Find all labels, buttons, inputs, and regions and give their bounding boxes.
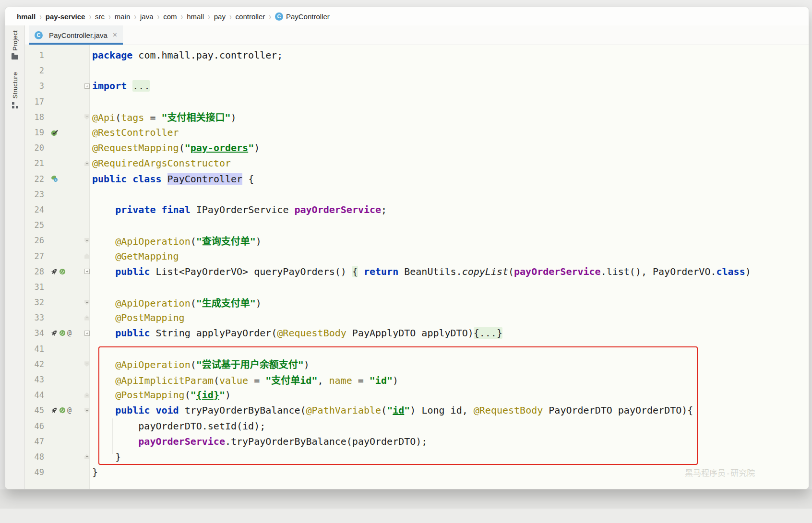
fold-marker-plus[interactable] [84, 331, 90, 336]
rocket-icon[interactable] [51, 407, 58, 414]
code-line[interactable]: 31 [25, 279, 809, 295]
breadcrumb-item-pay-service[interactable]: pay-service [46, 12, 85, 21]
code-line[interactable]: 17 [25, 94, 809, 109]
line-number[interactable]: 47 [25, 437, 47, 446]
line-number[interactable]: 48 [25, 452, 47, 462]
line-number[interactable]: 17 [25, 97, 47, 107]
fold-marker-plus[interactable] [84, 83, 90, 89]
code-line[interactable]: 23 [25, 187, 809, 202]
breadcrumb-item-controller[interactable]: controller [236, 12, 265, 21]
code-line[interactable]: 47 payOrderService.tryPayOrderByBalance(… [25, 434, 809, 449]
spring-mapping-icon[interactable] [59, 268, 66, 275]
line-number[interactable]: 23 [25, 190, 47, 199]
line-number[interactable]: 25 [25, 220, 47, 230]
code-text[interactable]: @ApiOperation("尝试基于用户余额支付") [92, 357, 310, 371]
at-icon[interactable]: @ [67, 329, 72, 337]
line-number[interactable]: 27 [25, 251, 47, 261]
code-text[interactable]: public List<PayOrderVO> queryPayOrders()… [92, 266, 751, 277]
code-line[interactable]: 32 @ApiOperation("生成支付单") [25, 295, 809, 310]
tab-paycontroller[interactable]: C PayController.java × [29, 25, 123, 45]
code-text[interactable]: @ApiOperation("查询支付单") [92, 234, 262, 248]
line-number[interactable]: 33 [25, 313, 47, 322]
line-number[interactable]: 24 [25, 205, 47, 214]
code-text[interactable]: @PostMapping("{id}") [92, 389, 231, 401]
line-number[interactable]: 46 [25, 421, 47, 431]
fold-marker-down[interactable] [84, 408, 90, 413]
spring-mapping-icon[interactable] [59, 407, 66, 414]
code-text[interactable]: } [92, 451, 121, 463]
code-text[interactable]: @RequestMapping("pay-orders") [92, 142, 260, 154]
breadcrumb-item-com[interactable]: com [163, 12, 177, 21]
code-line[interactable]: 3import ... [25, 78, 809, 94]
line-number[interactable]: 28 [25, 267, 47, 276]
line-number[interactable]: 43 [25, 375, 47, 384]
line-number[interactable]: 21 [25, 158, 47, 168]
sidebar-item-project[interactable]: Project [12, 30, 19, 59]
code-editor[interactable]: 1package com.hmall.pay.controller;23impo… [25, 45, 809, 489]
line-number[interactable]: 3 [25, 81, 47, 91]
code-text[interactable]: package com.hmall.pay.controller; [92, 49, 283, 61]
breadcrumb-item-hmall[interactable]: hmall [187, 12, 204, 21]
code-text[interactable]: @PostMapping [92, 312, 185, 323]
line-number[interactable]: 26 [25, 236, 47, 245]
breadcrumb-item-src[interactable]: src [95, 12, 105, 21]
rocket-icon[interactable] [51, 330, 58, 336]
code-text[interactable]: @GetMapping [92, 250, 179, 262]
code-line[interactable]: 41 [25, 341, 809, 357]
line-number[interactable]: 18 [25, 112, 47, 122]
code-line[interactable]: 19@RestController [25, 125, 809, 140]
at-icon[interactable]: @ [67, 406, 72, 415]
line-number[interactable]: 34 [25, 328, 47, 338]
fold-marker-up[interactable] [84, 253, 90, 259]
spring-mapping-icon[interactable] [59, 330, 66, 336]
code-text[interactable]: @ApiOperation("生成支付单") [92, 296, 262, 309]
fold-marker-up[interactable] [84, 392, 90, 398]
close-icon[interactable]: × [113, 31, 117, 39]
fold-marker-up[interactable] [84, 454, 90, 459]
spring-bean-icon[interactable] [51, 129, 58, 136]
line-number[interactable]: 42 [25, 359, 47, 369]
line-number[interactable]: 2 [25, 66, 47, 75]
line-number[interactable]: 31 [25, 282, 47, 292]
code-line[interactable]: 20@RequestMapping("pay-orders") [25, 140, 809, 155]
rocket-icon[interactable] [51, 268, 58, 275]
fold-marker-down[interactable] [84, 361, 90, 367]
code-text[interactable]: private final IPayOrderService payOrderS… [92, 204, 387, 215]
code-line[interactable]: 2 [25, 63, 809, 78]
code-line[interactable]: 42 @ApiOperation("尝试基于用户余额支付") [25, 357, 809, 372]
code-text[interactable]: @RestController [92, 127, 179, 138]
code-line[interactable]: 22cpublic class PayController { [25, 171, 809, 187]
code-line[interactable]: 34@ public String applyPayOrder(@Request… [25, 325, 809, 341]
code-line[interactable]: 43 @ApiImplicitParam(value = "支付单id", na… [25, 372, 809, 387]
line-number[interactable]: 41 [25, 344, 47, 354]
fold-marker-down[interactable] [84, 114, 90, 119]
code-line[interactable]: 21@RequiredArgsConstructor [25, 155, 809, 171]
fold-marker-down[interactable] [84, 238, 90, 243]
code-line[interactable]: 26 @ApiOperation("查询支付单") [25, 233, 809, 248]
code-line[interactable]: 24 private final IPayOrderService payOrd… [25, 202, 809, 217]
code-line[interactable]: 45@ public void tryPayOrderByBalance(@Pa… [25, 403, 809, 418]
breadcrumb-item-pay[interactable]: pay [214, 12, 226, 21]
line-number[interactable]: 19 [25, 128, 47, 137]
line-number[interactable]: 1 [25, 50, 47, 60]
code-text[interactable]: public class PayController { [92, 173, 254, 185]
line-number[interactable]: 45 [25, 405, 47, 415]
code-line[interactable]: 18@Api(tags = "支付相关接口") [25, 109, 809, 125]
spring-class-icon[interactable]: c [51, 175, 58, 182]
code-line[interactable]: 1package com.hmall.pay.controller; [25, 48, 809, 63]
line-number[interactable]: 49 [25, 467, 47, 477]
code-text[interactable]: @ApiImplicitParam(value = "支付单id", name … [92, 373, 398, 387]
line-number[interactable]: 22 [25, 174, 47, 184]
code-text[interactable]: payOrderDTO.setId(id); [92, 420, 265, 432]
code-line[interactable]: 33 @PostMapping [25, 310, 809, 325]
code-text[interactable]: public void tryPayOrderByBalance(@PathVa… [92, 404, 693, 416]
line-number[interactable]: 44 [25, 390, 47, 400]
code-text[interactable]: @RequiredArgsConstructor [92, 157, 231, 169]
sidebar-item-structure[interactable]: Structure [12, 72, 19, 108]
code-line[interactable]: 48 } [25, 449, 809, 464]
code-text[interactable]: public String applyPayOrder(@RequestBody… [92, 327, 502, 339]
line-number[interactable]: 32 [25, 297, 47, 307]
code-line[interactable]: 44 @PostMapping("{id}") [25, 387, 809, 403]
code-text[interactable]: payOrderService.tryPayOrderByBalance(pay… [92, 436, 427, 447]
code-text[interactable]: import ... [92, 80, 150, 92]
